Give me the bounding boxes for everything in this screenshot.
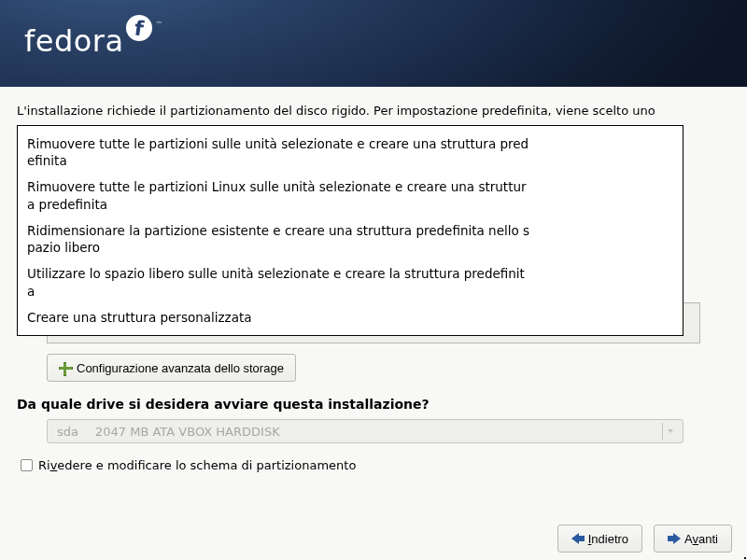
boot-drive-description: 2047 MB ATA VBOX HARDDISK xyxy=(95,425,280,439)
partition-scheme-dropdown[interactable]: Rimuovere tutte le partizioni sulle unit… xyxy=(17,125,684,336)
partition-option-remove-linux[interactable]: Rimuovere tutte le partizioni Linux sull… xyxy=(18,174,541,217)
back-button[interactable]: Indietro xyxy=(557,525,642,553)
arrow-left-icon xyxy=(571,533,585,544)
partition-option-resize[interactable]: Ridimensionare la partizione esistente e… xyxy=(18,217,541,260)
advanced-storage-button[interactable]: Configurazione avanzata dello storage xyxy=(47,354,296,382)
installer-header: fedora f ™ xyxy=(0,0,747,87)
trademark-symbol: ™ xyxy=(156,21,164,29)
arrow-right-icon xyxy=(668,533,681,544)
cursor xyxy=(744,557,746,559)
partition-option-use-free[interactable]: Utilizzare lo spazio libero sulle unità … xyxy=(18,260,541,303)
nav-footer: Indietro Avanti xyxy=(557,525,732,553)
boot-drive-dropdown-handle[interactable] xyxy=(662,423,677,440)
partition-option-remove-all[interactable]: Rimuovere tutte le partizioni sulle unit… xyxy=(18,131,541,174)
next-button-label: Avanti xyxy=(684,532,718,546)
advanced-storage-label: Configurazione avanzata dello storage xyxy=(77,361,284,375)
review-partitioning-label: Rivedere e modificare lo schema di parti… xyxy=(38,458,356,472)
brand-name: fedora xyxy=(24,26,124,56)
next-button[interactable]: Avanti xyxy=(654,525,732,553)
chevron-down-icon xyxy=(668,429,673,433)
review-partitioning-checkbox[interactable]: Rivedere e modificare lo schema di parti… xyxy=(21,458,356,472)
plus-icon xyxy=(59,362,71,374)
boot-drive-question: Da quale drive si desidera avviare quest… xyxy=(17,397,430,412)
boot-drive-select[interactable]: sda 2047 MB ATA VBOX HARDDISK xyxy=(47,419,684,443)
fedora-logo: fedora f ™ xyxy=(24,26,163,56)
partition-option-custom[interactable]: Creare una struttura personalizzata xyxy=(18,304,541,330)
boot-drive-device: sda xyxy=(57,425,78,439)
back-button-label: Indietro xyxy=(588,532,628,546)
fedora-f-icon: f xyxy=(126,15,152,41)
partitioning-intro-text: L'installazione richiede il partizioname… xyxy=(17,104,730,118)
checkbox-icon[interactable] xyxy=(21,459,33,471)
